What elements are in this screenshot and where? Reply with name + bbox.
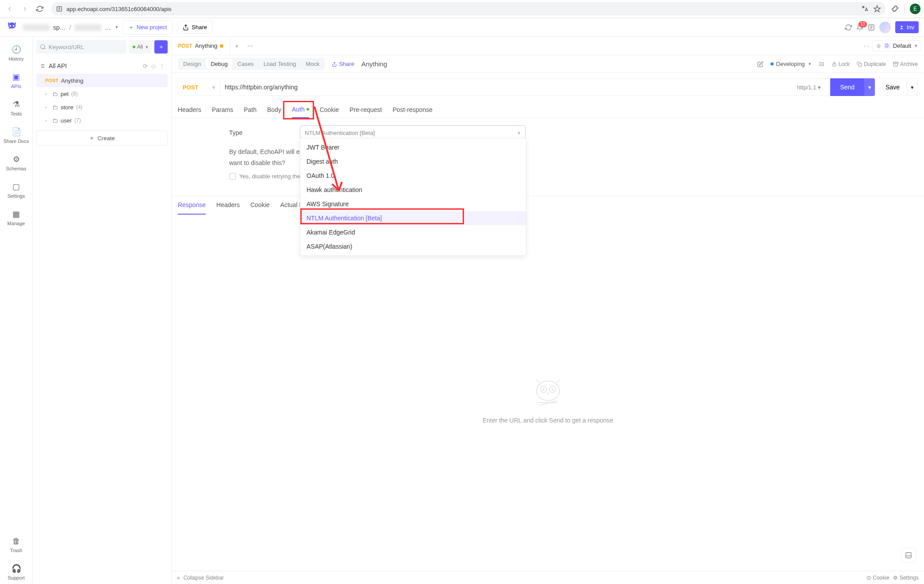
auth-option[interactable]: ASAP(Atlassian) <box>300 239 526 254</box>
nav-trash[interactable]: 🗑Trash <box>3 533 30 557</box>
breadcrumb-workspace[interactable] <box>23 24 50 31</box>
url-input[interactable] <box>225 84 793 91</box>
more-tree-icon[interactable]: ⋮ <box>159 63 165 69</box>
refresh-button[interactable] <box>34 3 46 15</box>
collapse-sidebar-chevron[interactable]: « <box>177 575 180 581</box>
auth-option[interactable]: JWT Bearer <box>300 140 526 154</box>
svg-rect-11 <box>906 553 911 558</box>
new-project-button[interactable]: ＋ New project <box>123 20 173 35</box>
layout-toggle[interactable] <box>901 548 916 563</box>
activity-icon[interactable] <box>868 24 875 31</box>
svg-point-10 <box>552 388 553 390</box>
tree-folder[interactable]: › 🗀 store (4) <box>36 100 168 114</box>
filter-all[interactable]: All▾ <box>129 40 152 54</box>
translate-icon[interactable] <box>861 5 869 13</box>
tab-cookie[interactable]: Cookie <box>320 101 339 118</box>
tab-next[interactable]: › <box>867 42 869 49</box>
footer-cookie[interactable]: ⊙Cookie <box>866 575 889 581</box>
nav-schemas[interactable]: ⚙Schemas <box>3 151 30 175</box>
lock-action[interactable]: Lock <box>832 61 850 67</box>
sync-icon[interactable] <box>845 24 852 31</box>
search-input[interactable]: Keyword/URL <box>36 40 127 54</box>
edit-icon[interactable] <box>757 61 763 67</box>
nav-support[interactable]: 🎧Support <box>3 560 30 584</box>
tab-pre-request[interactable]: Pre-request <box>349 101 382 118</box>
nav-share-docs[interactable]: 📄Share Docs <box>3 123 30 147</box>
collapse-sidebar[interactable]: Collapse Sidebar <box>184 575 224 581</box>
nav-history[interactable]: 🕘History <box>3 41 30 65</box>
mode-cases[interactable]: Cases <box>233 59 258 69</box>
nav-manage[interactable]: ▦Manage <box>3 206 30 230</box>
tree-folder[interactable]: › 🗀 user (7) <box>36 114 168 127</box>
archive-icon <box>893 61 898 67</box>
archive-action[interactable]: Archive <box>893 61 918 67</box>
create-button[interactable]: ＋ Create <box>36 131 168 146</box>
trash-icon: 🗑 <box>12 537 20 546</box>
footer-settings[interactable]: ⚙Settings <box>893 575 919 581</box>
invite-button[interactable]: Inv <box>895 21 919 33</box>
tab-post-response[interactable]: Post-response <box>392 101 432 118</box>
tab-params[interactable]: Params <box>212 101 233 118</box>
refresh-tree-icon[interactable]: ⟳ <box>143 63 148 69</box>
nav-settings[interactable]: ▢Settings <box>3 178 30 202</box>
copy-icon <box>857 61 862 67</box>
resp-tab-cookie[interactable]: Cookie <box>250 196 270 215</box>
new-tab-button[interactable]: ＋ <box>230 42 243 50</box>
auth-option[interactable]: OAuth 1.0 <box>300 169 526 183</box>
share-button[interactable]: Share <box>177 21 213 34</box>
list-icon <box>39 63 45 69</box>
save-dropdown[interactable]: ▾ <box>907 78 918 96</box>
tree-item[interactable]: POST Anything <box>36 74 168 87</box>
mode-mock[interactable]: Mock <box>301 59 324 69</box>
proto-select[interactable]: http/1.1▾ <box>793 84 825 91</box>
save-button[interactable]: Save <box>878 78 907 96</box>
tab-prev[interactable]: ‹ <box>864 42 866 49</box>
status-selector[interactable]: Developing▾ <box>771 61 811 67</box>
resp-tab-response[interactable]: Response <box>178 196 206 215</box>
send-dropdown[interactable]: ▾ <box>864 78 875 96</box>
nav-apis[interactable]: ▣APIs <box>3 69 30 92</box>
tab-path[interactable]: Path <box>244 101 257 118</box>
chevron-down-icon[interactable]: ▾ <box>115 24 118 30</box>
bookmark-star-icon[interactable] <box>873 5 881 13</box>
auth-option[interactable]: AWS Signature <box>300 197 526 211</box>
nav-tests[interactable]: ⚗Tests <box>3 96 30 120</box>
tab-auth[interactable]: Auth <box>292 101 309 118</box>
tree-folder[interactable]: › 🗀 pet (8) <box>36 87 168 100</box>
tab-headers[interactable]: Headers <box>178 101 201 118</box>
mode-debug[interactable]: Debug <box>206 59 232 69</box>
breadcrumb-project[interactable] <box>75 24 101 31</box>
auth-option-selected[interactable]: NTLM Authentication [Beta] <box>300 211 526 225</box>
auth-option[interactable]: Digest auth <box>300 154 526 169</box>
address-bar[interactable]: app.echoapi.com/313651c60064000/apis <box>51 2 886 15</box>
send-button[interactable]: Send <box>830 78 864 96</box>
share-link[interactable]: Share <box>332 61 354 67</box>
indent-icon[interactable] <box>818 61 824 67</box>
api-tree: POST Anything › 🗀 pet (8) › 🗀 store (4) … <box>36 74 168 127</box>
url-text: app.echoapi.com/313651c60064000/apis <box>66 6 857 12</box>
gear-icon: ⚙ <box>893 575 898 581</box>
notifications-icon[interactable]: 10 <box>856 24 863 31</box>
tab-body[interactable]: Body <box>267 101 281 118</box>
tab-more-button[interactable]: ⋯ <box>243 42 257 49</box>
all-api-header[interactable]: All API ⟳ ◇ ⋮ <box>36 58 168 74</box>
crumb-2[interactable]: … <box>105 24 111 31</box>
add-button[interactable]: ＋ <box>154 40 168 54</box>
browser-chrome: app.echoapi.com/313651c60064000/apis E <box>0 0 924 18</box>
auth-option[interactable]: Hawk authentication <box>300 183 526 197</box>
expand-tree-icon[interactable]: ◇ <box>151 63 156 69</box>
auth-option[interactable]: Akamai EdgeGrid <box>300 225 526 239</box>
mode-design[interactable]: Design <box>179 59 205 69</box>
mode-load-testing[interactable]: Load Testing <box>259 59 301 69</box>
profile-avatar[interactable]: E <box>910 4 920 14</box>
method-select[interactable]: POST▾ <box>178 78 220 96</box>
forward-button[interactable] <box>19 3 31 15</box>
crumb-1[interactable]: sp… <box>53 24 66 31</box>
duplicate-action[interactable]: Duplicate <box>857 61 886 67</box>
resp-tab-headers[interactable]: Headers <box>216 196 240 215</box>
request-tab[interactable]: POST Anything <box>172 37 230 55</box>
extensions-icon[interactable] <box>891 5 899 13</box>
environment-selector[interactable]: ⊕ D Default ▾ <box>872 40 921 51</box>
user-avatar[interactable] <box>879 22 891 33</box>
back-button[interactable] <box>4 3 16 15</box>
